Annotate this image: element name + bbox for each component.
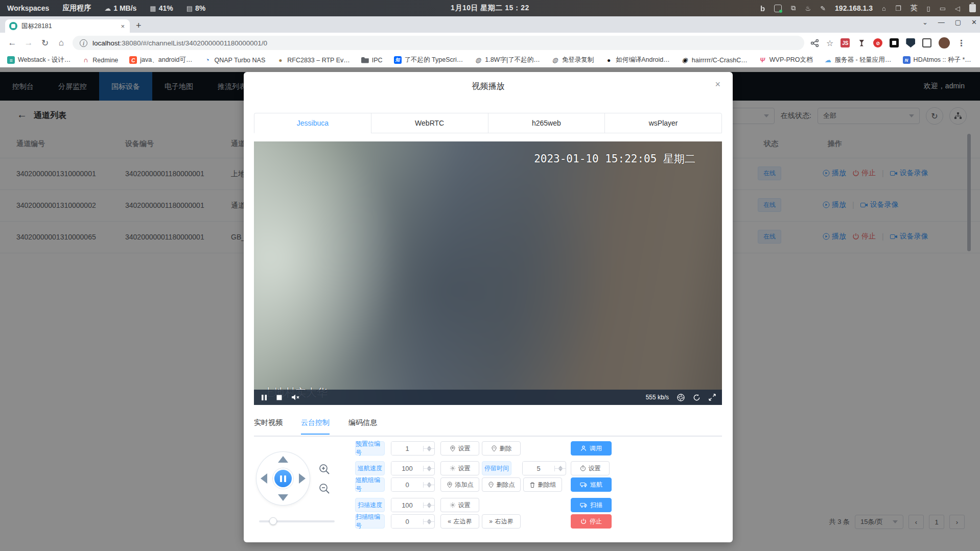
phone-tray-icon[interactable]: ▯ <box>927 5 930 12</box>
zoom-out-button[interactable] <box>318 483 331 495</box>
preset-delete-button[interactable]: 删除 <box>482 441 521 456</box>
bookmark-item[interactable]: ΨWVP-PRO文档 <box>759 56 813 64</box>
workspaces-button[interactable]: Workspaces <box>7 4 49 12</box>
volume-tray-icon[interactable]: ◁ <box>955 5 960 12</box>
delete-point-button[interactable]: 删除点 <box>482 477 521 492</box>
preset-call-button[interactable]: 调用 <box>571 441 612 456</box>
dialog-close-icon[interactable]: × <box>715 79 720 90</box>
window-close-button[interactable]: ✕ <box>971 18 977 26</box>
cruise-group-input[interactable] <box>391 478 423 491</box>
browser-menu-icon[interactable]: ⋮ <box>957 38 965 48</box>
bookmark-item[interactable]: ≡Webstack - 设计… <box>7 56 71 64</box>
bookmark-item[interactable]: Cjava、android可… <box>129 56 192 64</box>
fullscreen-icon[interactable] <box>709 394 716 401</box>
ptz-right-button[interactable] <box>299 473 306 484</box>
scan-group-input[interactable] <box>391 515 423 528</box>
bookmark-item[interactable]: ☁服务器 - 轻量应用… <box>824 56 892 64</box>
browser-tab[interactable]: 国标28181 × <box>5 19 130 33</box>
tab-live-video[interactable]: 实时视频 <box>254 418 283 434</box>
bookmark-item[interactable]: NHDAtmos :: 种子 *… <box>903 56 971 64</box>
spinner-down-icon[interactable] <box>424 522 434 524</box>
cruise-button[interactable]: 巡航 <box>571 477 612 492</box>
stay-time-input[interactable] <box>523 462 554 475</box>
tab-codec-info[interactable]: 编码信息 <box>348 418 377 434</box>
bookmark-item[interactable]: IPC <box>361 57 383 64</box>
bookmark-item[interactable]: ◍1.8W字|了不起的… <box>474 56 540 64</box>
coffee-tray-icon[interactable]: ♨ <box>805 5 811 12</box>
ptz-center-button[interactable] <box>273 468 293 489</box>
ext-wine-icon[interactable] <box>857 38 866 47</box>
spinner-down-icon[interactable] <box>424 485 434 488</box>
stay-time-set-button[interactable]: 设置 <box>571 461 610 475</box>
bookmark-item[interactable]: ●RFC2833 – RTP Ev… <box>276 56 350 64</box>
profile-avatar[interactable] <box>939 37 950 49</box>
forward-icon[interactable]: → <box>20 38 37 48</box>
stop-playback-icon[interactable] <box>276 395 282 400</box>
tab-jessibuca[interactable]: Jessibuca <box>254 113 371 133</box>
new-tab-button[interactable]: + <box>136 20 142 31</box>
preset-input[interactable] <box>391 442 423 455</box>
picker-tray-icon[interactable]: ✎ <box>820 5 826 12</box>
ptz-up-button[interactable] <box>278 456 288 463</box>
zoom-in-button[interactable] <box>318 463 331 475</box>
ext-frame-icon[interactable] <box>922 38 931 47</box>
address-bar[interactable]: i localhost:38080/#/channelList/34020000… <box>73 36 804 50</box>
share-icon[interactable] <box>810 39 819 47</box>
ip-address[interactable]: 192.168.1.3 <box>835 4 873 12</box>
bing-tray-icon[interactable]: b <box>760 4 765 13</box>
ext-js-icon[interactable]: JS <box>841 38 850 47</box>
ptz-down-button[interactable] <box>278 494 288 501</box>
tab-ptz-control[interactable]: 云台控制 <box>301 418 330 435</box>
site-info-icon[interactable]: i <box>80 39 87 47</box>
volume-muted-icon[interactable] <box>291 394 300 401</box>
slider-handle[interactable] <box>269 517 277 525</box>
display-tray-icon[interactable]: ▭ <box>940 5 946 12</box>
delete-group-button[interactable]: 删除组 <box>523 477 562 492</box>
scan-button[interactable]: 扫描 <box>571 498 612 512</box>
windows-tray-icon[interactable]: ❐ <box>895 5 901 12</box>
cruise-speed-input[interactable] <box>391 462 423 475</box>
tab-h265web[interactable]: h265web <box>488 113 605 133</box>
tab-wsplayer[interactable]: wsPlayer <box>604 113 722 133</box>
window-dropdown-icon[interactable]: ⌄ <box>922 18 928 26</box>
bookmark-item[interactable]: 知了不起的 TypeScri… <box>394 56 463 64</box>
home-tray-icon[interactable]: ⌂ <box>882 5 886 12</box>
ptz-left-button[interactable] <box>261 473 267 484</box>
window-minimize-button[interactable]: — <box>938 18 945 26</box>
battery-icon[interactable] <box>969 4 976 12</box>
clipboard-tray-icon[interactable]: ⧉ <box>791 4 796 12</box>
bookmark-item[interactable]: ∩Redmine <box>82 56 118 64</box>
add-point-button[interactable]: 添加点 <box>440 477 479 492</box>
ext-dark-square-icon[interactable] <box>890 38 899 47</box>
input-method-indicator[interactable]: 英 <box>911 4 918 13</box>
scan-speed-input[interactable] <box>391 498 423 512</box>
spinner-down-icon[interactable] <box>424 506 434 508</box>
video-player[interactable]: 2023-01-10 15:22:05 星期二 上地村实大华 555 kb/s <box>254 141 722 405</box>
clock[interactable]: 1月10日 星期二 15：22 <box>451 4 529 13</box>
app-tray-icon[interactable] <box>774 5 782 12</box>
refresh-stream-icon[interactable] <box>693 394 701 401</box>
close-tab-icon[interactable]: × <box>120 22 126 30</box>
applications-button[interactable]: 应用程序 <box>62 4 91 13</box>
tab-webrtc[interactable]: WebRTC <box>371 113 488 133</box>
preset-set-button[interactable]: 设置 <box>440 441 479 456</box>
window-maximize-button[interactable]: ▢ <box>955 18 961 26</box>
back-icon[interactable]: ← <box>4 38 20 48</box>
bookmark-star-icon[interactable]: ☆ <box>826 38 833 48</box>
stop-button[interactable]: 停止 <box>571 514 612 529</box>
browser-home-icon[interactable]: ⌂ <box>53 38 69 48</box>
ext-blocker-icon[interactable]: ⊘ <box>873 38 882 47</box>
snapshot-aperture-icon[interactable] <box>677 394 685 401</box>
bookmark-item[interactable]: ◔QNAP Turbo NAS <box>203 56 265 64</box>
left-boundary-button[interactable]: «左边界 <box>440 514 479 529</box>
spinner-down-icon[interactable] <box>555 469 566 471</box>
bookmark-item[interactable]: ◍免登录复制 <box>551 56 594 64</box>
bookmark-item[interactable]: ●如何编译Android… <box>605 56 670 64</box>
spinner-down-icon[interactable] <box>424 449 434 451</box>
reload-icon[interactable]: ↻ <box>37 38 53 49</box>
bookmark-item[interactable]: ◉hairrrrr/C-CrashC… <box>681 56 748 64</box>
ext-shield-icon[interactable] <box>906 38 915 47</box>
scan-speed-set-button[interactable]: 设置 <box>440 498 479 512</box>
pause-icon[interactable] <box>261 394 267 401</box>
cruise-speed-set-button[interactable]: 设置 <box>440 461 479 475</box>
